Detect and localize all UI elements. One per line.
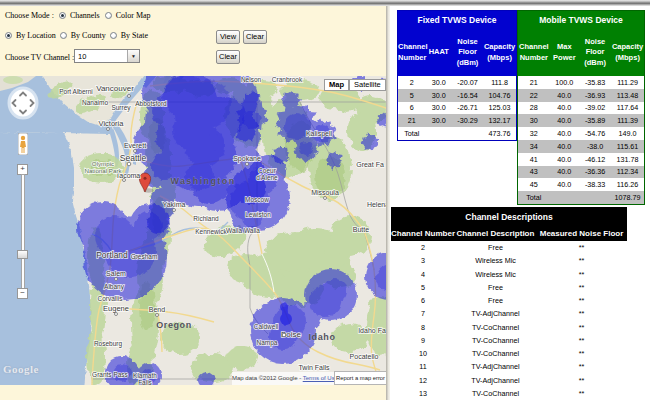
svg-text:d'Alene: d'Alene bbox=[256, 174, 278, 181]
svg-text:Kalispell: Kalispell bbox=[306, 130, 333, 138]
svg-text:Vancouver: Vancouver bbox=[96, 84, 134, 93]
svg-text:Eugene: Eugene bbox=[103, 304, 129, 313]
svg-text:Great Fa: Great Fa bbox=[356, 161, 384, 168]
svg-text:Coeur: Coeur bbox=[258, 167, 277, 174]
svg-text:Olympic: Olympic bbox=[92, 160, 114, 167]
svg-text:Kennewick: Kennewick bbox=[195, 228, 227, 235]
svg-text:Washington: Washington bbox=[170, 176, 235, 186]
svg-text:Corvallis: Corvallis bbox=[98, 295, 124, 302]
svg-text:Port Alberni: Port Alberni bbox=[59, 88, 93, 95]
svg-text:Pocatello: Pocatello bbox=[350, 353, 379, 360]
svg-text:Klamath: Klamath bbox=[133, 372, 157, 379]
svg-text:Surrey: Surrey bbox=[111, 104, 131, 112]
svg-text:Missoula: Missoula bbox=[311, 189, 339, 196]
svg-text:Nanaimo: Nanaimo bbox=[82, 99, 108, 106]
svg-text:Helena: Helena bbox=[367, 201, 386, 208]
svg-text:Bend: Bend bbox=[149, 306, 165, 313]
svg-text:Grants Pass: Grants Pass bbox=[92, 371, 129, 378]
svg-text:Moscow: Moscow bbox=[245, 196, 269, 203]
svg-text:Falls: Falls bbox=[138, 379, 152, 385]
svg-text:Roseburg: Roseburg bbox=[94, 340, 123, 348]
svg-text:Portland: Portland bbox=[96, 250, 128, 260]
svg-text:Butte: Butte bbox=[353, 226, 369, 233]
svg-text:Everett: Everett bbox=[124, 142, 146, 149]
svg-text:Walla Walla: Walla Walla bbox=[226, 227, 260, 234]
svg-text:Idaho Fa: Idaho Fa bbox=[358, 327, 386, 334]
svg-text:Twin Falls: Twin Falls bbox=[298, 364, 330, 371]
svg-text:Albany: Albany bbox=[104, 283, 125, 291]
svg-text:National Park: National Park bbox=[84, 167, 122, 174]
svg-text:Nelson: Nelson bbox=[241, 76, 262, 83]
svg-text:Richland: Richland bbox=[193, 215, 219, 222]
svg-text:Salem: Salem bbox=[106, 270, 126, 277]
svg-text:Seattle: Seattle bbox=[120, 153, 147, 163]
svg-text:Nampa: Nampa bbox=[257, 339, 278, 347]
svg-text:Idaho: Idaho bbox=[309, 332, 336, 342]
svg-text:Victoria: Victoria bbox=[99, 119, 125, 128]
svg-text:Caldwell: Caldwell bbox=[254, 323, 279, 330]
svg-text:Abbotsford: Abbotsford bbox=[135, 100, 167, 107]
svg-text:Lewiston: Lewiston bbox=[245, 211, 271, 218]
svg-text:Oregon: Oregon bbox=[156, 320, 192, 330]
svg-text:Cranbrook: Cranbrook bbox=[272, 76, 303, 83]
svg-text:Spokane: Spokane bbox=[233, 155, 261, 163]
svg-text:Yakima: Yakima bbox=[163, 201, 186, 208]
